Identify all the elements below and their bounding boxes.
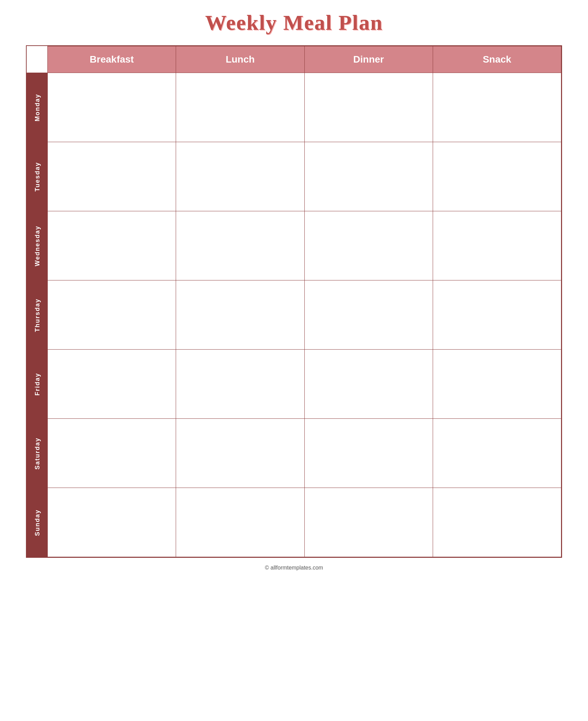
- day-label: Friday: [27, 350, 48, 419]
- snack-header: Snack: [433, 46, 561, 73]
- lunch-cell-thursday[interactable]: [176, 280, 304, 350]
- breakfast-cell-wednesday[interactable]: [48, 211, 176, 280]
- day-label: Monday: [27, 73, 48, 142]
- breakfast-header: Breakfast: [48, 46, 176, 73]
- lunch-cell-wednesday[interactable]: [176, 211, 304, 280]
- day-label: Thursday: [27, 280, 48, 350]
- snack-cell-thursday[interactable]: [433, 280, 561, 350]
- lunch-cell-monday[interactable]: [176, 73, 304, 142]
- dinner-cell-thursday[interactable]: [304, 280, 433, 350]
- lunch-cell-sunday[interactable]: [176, 488, 304, 557]
- lunch-header: Lunch: [176, 46, 304, 73]
- breakfast-cell-monday[interactable]: [48, 73, 176, 142]
- snack-cell-tuesday[interactable]: [433, 142, 561, 211]
- dinner-cell-friday[interactable]: [304, 350, 433, 419]
- dinner-cell-saturday[interactable]: [304, 419, 433, 488]
- day-label: Tuesday: [27, 142, 48, 211]
- snack-cell-monday[interactable]: [433, 73, 561, 142]
- meal-plan-table: Breakfast Lunch Dinner Snack MondayTuesd…: [26, 45, 562, 558]
- day-label: Wednesday: [27, 211, 48, 280]
- breakfast-cell-tuesday[interactable]: [48, 142, 176, 211]
- breakfast-cell-thursday[interactable]: [48, 280, 176, 350]
- table-row: Wednesday: [27, 211, 561, 280]
- table-row: Monday: [27, 73, 561, 142]
- day-label: Sunday: [27, 488, 48, 557]
- breakfast-cell-friday[interactable]: [48, 350, 176, 419]
- snack-cell-friday[interactable]: [433, 350, 561, 419]
- dinner-cell-wednesday[interactable]: [304, 211, 433, 280]
- dinner-cell-sunday[interactable]: [304, 488, 433, 557]
- page-title: Weekly Meal Plan: [205, 10, 383, 35]
- lunch-cell-tuesday[interactable]: [176, 142, 304, 211]
- snack-cell-wednesday[interactable]: [433, 211, 561, 280]
- breakfast-cell-saturday[interactable]: [48, 419, 176, 488]
- table-row: Friday: [27, 350, 561, 419]
- lunch-cell-friday[interactable]: [176, 350, 304, 419]
- snack-cell-saturday[interactable]: [433, 419, 561, 488]
- table-row: Thursday: [27, 280, 561, 350]
- lunch-cell-saturday[interactable]: [176, 419, 304, 488]
- footer-text: © allformtemplates.com: [265, 565, 323, 571]
- dinner-header: Dinner: [304, 46, 433, 73]
- day-label: Saturday: [27, 419, 48, 488]
- dinner-cell-tuesday[interactable]: [304, 142, 433, 211]
- table-row: Sunday: [27, 488, 561, 557]
- table-row: Tuesday: [27, 142, 561, 211]
- breakfast-cell-sunday[interactable]: [48, 488, 176, 557]
- dinner-cell-monday[interactable]: [304, 73, 433, 142]
- empty-header-cell: [27, 46, 48, 73]
- snack-cell-sunday[interactable]: [433, 488, 561, 557]
- table-row: Saturday: [27, 419, 561, 488]
